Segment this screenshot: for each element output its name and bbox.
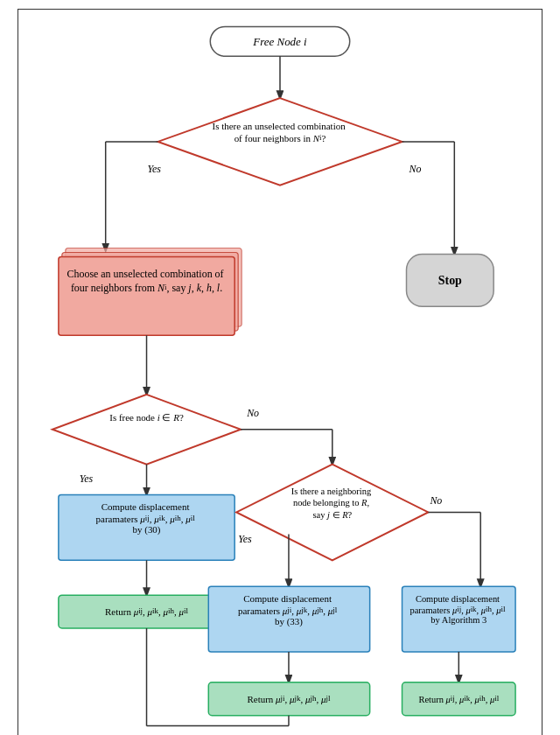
free-node-shape: Free Node i (210, 26, 349, 56)
decision-1-shape: Is there an unselected combination of fo… (158, 98, 402, 186)
diagram-container: Free Node i Is there an unselected combi… (18, 9, 542, 735)
no-label-3: No (429, 494, 442, 507)
svg-marker-5 (52, 395, 241, 465)
svg-text:Return μij, μik, μih, μil: Return μij, μik, μih, μil (105, 606, 188, 617)
svg-text:Return μij, μik, μih, μil: Return μij, μik, μih, μil (418, 694, 499, 704)
stop-label: Stop (438, 274, 462, 287)
stop-shape: Stop (407, 254, 494, 306)
no-label-2: No (246, 407, 259, 419)
decision-2-shape: Is free node i ∈ R? (52, 395, 241, 465)
svg-text:Choose an unselected combinati: Choose an unselected combination of four… (67, 268, 227, 294)
decision-3-shape: Is there a neighboring node belonging to… (236, 465, 428, 561)
svg-text:Is free node i ∈ R?: Is free node i ∈ R? (109, 412, 184, 423)
svg-text:Return μji, μjk, μjh, μjl: Return μji, μjk, μjh, μjl (248, 694, 331, 704)
yes-label-1: Yes (148, 163, 162, 175)
yes-label-2: Yes (80, 472, 94, 485)
yes-label-3: Yes (238, 533, 252, 545)
free-node-label: Free Node i (252, 35, 307, 48)
no-label-1: No (408, 163, 421, 175)
